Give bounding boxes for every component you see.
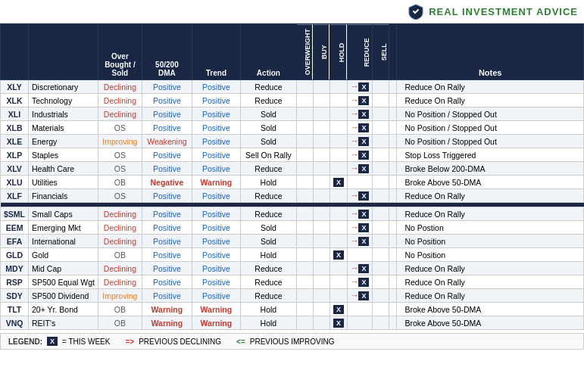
cell-hold: X bbox=[329, 248, 347, 262]
cell-sell bbox=[373, 316, 389, 330]
table-row: RSPSP500 Equal WgtDecliningPositivePosit… bbox=[1, 275, 584, 289]
cell-hold: X bbox=[329, 303, 347, 316]
cell-hold bbox=[329, 107, 347, 121]
cell-buy bbox=[313, 121, 329, 135]
cell-name: Industrials bbox=[29, 107, 98, 121]
cell-notes: Broke Above 50-DMA bbox=[397, 316, 584, 330]
cell-spacer bbox=[389, 289, 397, 303]
cell-name: Discretionary bbox=[29, 80, 98, 94]
cell-notes: No Position / Stopped Out bbox=[397, 121, 584, 135]
cell-buy bbox=[313, 235, 329, 248]
cell-ticker: SDY bbox=[1, 289, 29, 303]
cell-overweight bbox=[296, 94, 313, 107]
cell-spacer bbox=[389, 262, 397, 275]
table-row: GLDGoldOBPositivePositiveHoldXNo Positio… bbox=[1, 248, 584, 262]
cell-reduce bbox=[347, 176, 373, 189]
cell-ticker: XLP bbox=[1, 148, 29, 162]
cell-ob: Declining bbox=[98, 207, 142, 221]
cell-dma: Warning bbox=[142, 316, 192, 330]
table-row: XLBMaterialsOSPositivePositiveSold→XNo P… bbox=[1, 121, 584, 135]
cell-dma: Positive bbox=[142, 94, 192, 107]
cell-trend: Warning bbox=[192, 176, 240, 189]
table-body: XLYDiscretionaryDecliningPositivePositiv… bbox=[1, 80, 584, 330]
cell-spacer bbox=[389, 221, 397, 235]
cell-buy bbox=[313, 207, 329, 221]
cell-dma: Weakening bbox=[142, 135, 192, 148]
cell-reduce: →X bbox=[347, 289, 373, 303]
cell-sell bbox=[373, 107, 389, 121]
cell-ticker: XLI bbox=[1, 107, 29, 121]
cell-notes: Reduce On Rally bbox=[397, 289, 584, 303]
cell-dma: Positive bbox=[142, 207, 192, 221]
cell-ob: OB bbox=[98, 248, 142, 262]
cell-buy bbox=[313, 80, 329, 94]
cell-ob: Declining bbox=[98, 262, 142, 275]
cell-hold bbox=[329, 121, 347, 135]
cell-sell bbox=[373, 162, 389, 176]
cell-buy bbox=[313, 107, 329, 121]
cell-buy bbox=[313, 176, 329, 189]
cell-action: Sold bbox=[240, 107, 296, 121]
col-header-hold: HOLD bbox=[329, 24, 347, 80]
cell-buy bbox=[313, 316, 329, 330]
cell-ob: OS bbox=[98, 162, 142, 176]
cell-spacer bbox=[389, 135, 397, 148]
cell-overweight bbox=[296, 107, 313, 121]
cell-dma: Negative bbox=[142, 176, 192, 189]
table-row: XLFFinancialsOSPositivePositiveReduce→XR… bbox=[1, 189, 584, 203]
legend-x-symbol: X bbox=[47, 337, 58, 346]
cell-ob: Declining bbox=[98, 221, 142, 235]
cell-name: Utilities bbox=[29, 176, 98, 189]
cell-trend: Positive bbox=[192, 94, 240, 107]
cell-dma: Positive bbox=[142, 121, 192, 135]
col-header-ob: OverBought /Sold bbox=[98, 24, 142, 80]
logo-text: REAL INVESTMENT ADVICE bbox=[429, 6, 578, 17]
cell-buy bbox=[313, 289, 329, 303]
cell-ticker: XLU bbox=[1, 176, 29, 189]
cell-notes: No Position / Stopped Out bbox=[397, 107, 584, 121]
cell-action: Sold bbox=[240, 135, 296, 148]
cell-hold bbox=[329, 135, 347, 148]
cell-spacer bbox=[389, 316, 397, 330]
cell-ticker: GLD bbox=[1, 248, 29, 262]
cell-ticker: EEM bbox=[1, 221, 29, 235]
table-row: $SMLSmall CapsDecliningPositivePositiveR… bbox=[1, 207, 584, 221]
cell-dma: Positive bbox=[142, 162, 192, 176]
cell-dma: Positive bbox=[142, 221, 192, 235]
cell-ob: OB bbox=[98, 176, 142, 189]
cell-overweight bbox=[296, 303, 313, 316]
col-header-buy: BUY bbox=[313, 24, 329, 80]
cell-name: Emerging Mkt bbox=[29, 221, 98, 235]
cell-reduce: →X bbox=[347, 94, 373, 107]
cell-name: REIT's bbox=[29, 316, 98, 330]
cell-action: Sold bbox=[240, 235, 296, 248]
cell-trend: Positive bbox=[192, 207, 240, 221]
cell-trend: Positive bbox=[192, 189, 240, 203]
cell-spacer bbox=[389, 107, 397, 121]
cell-hold: X bbox=[329, 316, 347, 330]
cell-reduce: →X bbox=[347, 162, 373, 176]
cell-action: Reduce bbox=[240, 162, 296, 176]
cell-buy bbox=[313, 221, 329, 235]
table-row: TLT20+ Yr. BondOBWarningWarningHoldXBrok… bbox=[1, 303, 584, 316]
cell-hold bbox=[329, 148, 347, 162]
cell-notes: No Position / Stopped Out bbox=[397, 135, 584, 148]
cell-action: Sell On Rally bbox=[240, 148, 296, 162]
cell-action: Reduce bbox=[240, 207, 296, 221]
col-header-action: Action bbox=[240, 24, 296, 80]
cell-overweight bbox=[296, 221, 313, 235]
cell-hold bbox=[329, 162, 347, 176]
cell-trend: Warning bbox=[192, 303, 240, 316]
cell-trend: Positive bbox=[192, 135, 240, 148]
cell-sell bbox=[373, 80, 389, 94]
cell-sell bbox=[373, 248, 389, 262]
cell-ob: OS bbox=[98, 189, 142, 203]
cell-trend: Positive bbox=[192, 107, 240, 121]
cell-buy bbox=[313, 248, 329, 262]
cell-ticker: $SML bbox=[1, 207, 29, 221]
cell-dma: Positive bbox=[142, 148, 192, 162]
cell-notes: No Postion bbox=[397, 221, 584, 235]
cell-notes: Reduce On Rally bbox=[397, 262, 584, 275]
cell-reduce: →X bbox=[347, 262, 373, 275]
cell-buy bbox=[313, 135, 329, 148]
